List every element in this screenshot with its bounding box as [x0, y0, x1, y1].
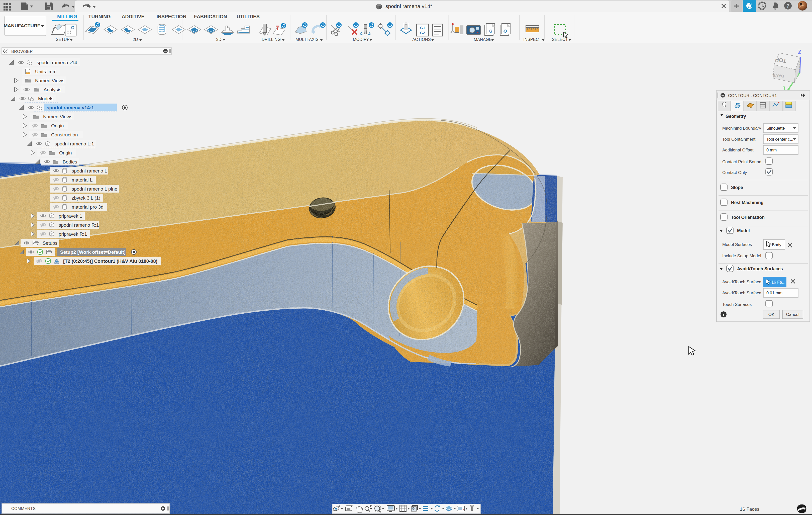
svg-text:Model: Model: [737, 228, 750, 233]
svg-text:Avoid/Touch Surfaces: Avoid/Touch Surfaces: [737, 266, 783, 271]
svg-text:0.01 mm: 0.01 mm: [766, 291, 782, 295]
svg-text:Geometry: Geometry: [726, 114, 746, 119]
svg-text:Slope: Slope: [731, 185, 743, 190]
svg-text:Tool Orientation: Tool Orientation: [731, 215, 765, 220]
svg-text:16 Fa...: 16 Fa...: [772, 280, 785, 284]
svg-text:Model Surfaces: Model Surfaces: [722, 242, 752, 247]
svg-text:OK: OK: [768, 312, 775, 317]
svg-text:Body: Body: [772, 242, 781, 247]
svg-text:i: i: [723, 312, 724, 317]
svg-text:Additional Offset: Additional Offset: [722, 148, 754, 152]
svg-text:Avoid/Touch Surface...: Avoid/Touch Surface...: [722, 291, 765, 295]
svg-text:Machining Boundary: Machining Boundary: [722, 126, 761, 131]
svg-text:Contact Point Bound...: Contact Point Bound...: [722, 160, 765, 164]
svg-text:0 mm: 0 mm: [766, 148, 777, 152]
svg-text:Z: Z: [798, 48, 802, 56]
svg-text:Tool Containment: Tool Containment: [722, 137, 756, 142]
svg-text:Touch Surfaces: Touch Surfaces: [722, 302, 752, 307]
svg-text:Include Setup Model: Include Setup Model: [722, 254, 761, 258]
svg-text:Silhouette: Silhouette: [766, 126, 785, 131]
svg-text:Contact Only: Contact Only: [722, 170, 747, 175]
svg-text:16 Faces: 16 Faces: [740, 507, 759, 512]
svg-text:COMMENTS: COMMENTS: [11, 507, 36, 511]
svg-text:CONTOUR : CONTOUR1: CONTOUR : CONTOUR1: [728, 93, 777, 98]
svg-text:Tool center c...: Tool center c...: [766, 137, 793, 141]
svg-text:Rest Machining: Rest Machining: [731, 200, 763, 205]
svg-text:Cancel: Cancel: [786, 312, 800, 317]
svg-text:BACK: BACK: [772, 74, 784, 78]
svg-text:Avoid/Touch Surface...: Avoid/Touch Surface...: [722, 280, 765, 284]
